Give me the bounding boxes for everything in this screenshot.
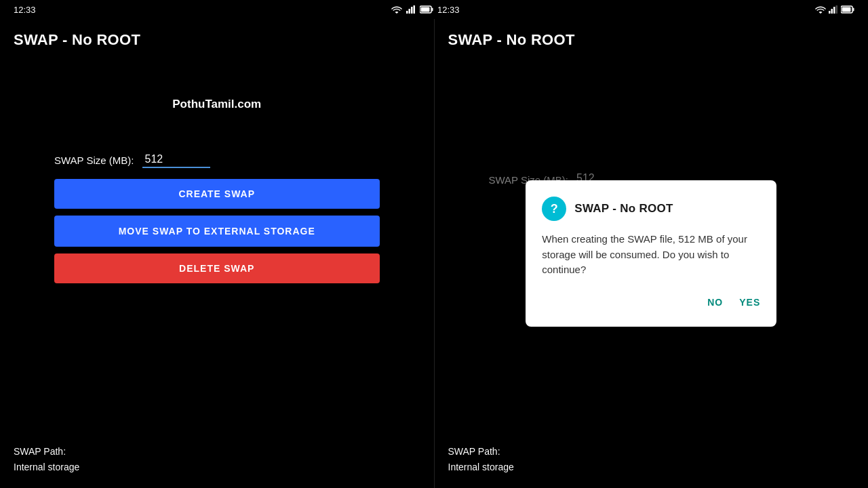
dialog-title: SWAP - No ROOT bbox=[574, 202, 673, 216]
battery-icon bbox=[420, 5, 433, 14]
create-swap-button[interactable]: CREATE SWAP bbox=[54, 179, 380, 209]
svg-rect-12 bbox=[853, 8, 854, 12]
status-bar-left: 12:33 bbox=[14, 5, 36, 15]
wifi-icon bbox=[391, 5, 402, 14]
dialog-buttons: NO YES bbox=[542, 294, 760, 310]
status-bar: 12:33 12:33 bbox=[0, 0, 868, 19]
svg-rect-7 bbox=[829, 11, 831, 14]
screen-right: SWAP - No ROOT SWAP Size (MB): 512 ? SWA… bbox=[435, 19, 869, 488]
wifi-icon-right bbox=[815, 5, 826, 14]
dialog-message: When creating the SWAP file, 512 MB of y… bbox=[542, 232, 760, 278]
svg-rect-10 bbox=[836, 5, 838, 14]
screens-container: SWAP - No ROOT PothuTamil.com SWAP Size … bbox=[0, 19, 868, 488]
delete-swap-button[interactable]: DELETE SWAP bbox=[54, 253, 380, 283]
dialog-yes-button[interactable]: YES bbox=[739, 294, 760, 310]
svg-rect-1 bbox=[409, 9, 411, 14]
dialog-no-button[interactable]: NO bbox=[707, 294, 723, 310]
time-left: 12:33 bbox=[14, 5, 36, 15]
signal-icon-right bbox=[829, 5, 838, 14]
battery-icon-right bbox=[841, 5, 854, 14]
website-label: PothuTamil.com bbox=[0, 98, 434, 111]
screen-left: SWAP - No ROOT PothuTamil.com SWAP Size … bbox=[0, 19, 434, 488]
swap-size-row: SWAP Size (MB): bbox=[54, 152, 420, 168]
signal-icon bbox=[406, 5, 416, 14]
svg-rect-3 bbox=[414, 5, 416, 14]
swap-path-value-left: Internal storage bbox=[14, 462, 79, 472]
svg-rect-2 bbox=[411, 7, 413, 14]
dialog-header: ? SWAP - No ROOT bbox=[542, 197, 760, 221]
app-title-left: SWAP - No ROOT bbox=[0, 19, 434, 57]
svg-rect-8 bbox=[831, 9, 833, 14]
svg-rect-0 bbox=[406, 11, 408, 14]
swap-size-label-left: SWAP Size (MB): bbox=[54, 155, 134, 166]
dialog-overlay: ? SWAP - No ROOT When creating the SWAP … bbox=[435, 19, 869, 488]
dialog-question-icon: ? bbox=[542, 197, 566, 221]
swap-path-label-left: SWAP Path: bbox=[14, 446, 66, 457]
time-center: 12:33 bbox=[437, 5, 460, 15]
dialog: ? SWAP - No ROOT When creating the SWAP … bbox=[526, 180, 776, 327]
swap-path-left: SWAP Path: Internal storage bbox=[14, 444, 79, 474]
swap-size-input[interactable] bbox=[142, 152, 210, 168]
svg-rect-6 bbox=[421, 7, 430, 12]
move-swap-button[interactable]: MOVE SWAP TO EXTERNAL STORAGE bbox=[54, 216, 380, 247]
svg-rect-5 bbox=[432, 8, 433, 12]
status-bar-right bbox=[815, 5, 854, 14]
status-bar-center: 12:33 bbox=[391, 5, 460, 15]
svg-rect-9 bbox=[833, 7, 835, 14]
svg-rect-13 bbox=[842, 7, 851, 12]
